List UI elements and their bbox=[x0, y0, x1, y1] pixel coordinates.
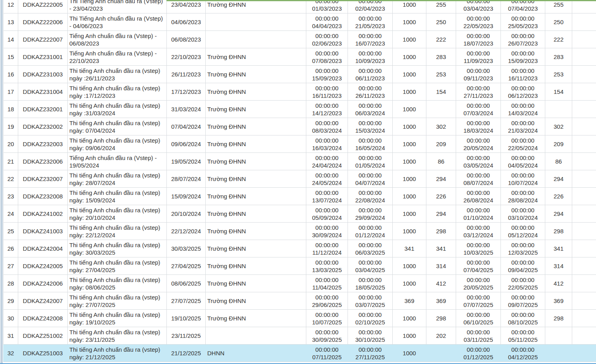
table-row[interactable]: 19DDKAZ232002Thi tiếng Anh chuẩn đầu ra … bbox=[4, 118, 596, 135]
exam-date: 06/08/2023 bbox=[167, 31, 206, 48]
datetime-4: 00:00:0022/05/2024 bbox=[501, 135, 545, 153]
datetime-3: 00:00:0010/03/2025 bbox=[456, 240, 501, 257]
datetime-line: 09/11/2023 bbox=[458, 74, 499, 82]
exam-name: Thi tiếng Anh chuẩn đầu ra (vstep) ngày:… bbox=[68, 170, 167, 188]
table-row[interactable]: 20DDKAZ232003Thi tiếng Anh chuẩn đầu ra … bbox=[4, 135, 596, 153]
capacity: 1000 bbox=[393, 257, 426, 275]
datetime-line: 07/11/2025 bbox=[308, 353, 346, 361]
capacity: 1000 bbox=[393, 83, 426, 101]
table-row[interactable]: 26DDKAZ242004Thi tiếng Anh chuẩn đầu ra … bbox=[4, 240, 596, 257]
exam-date: 19/05/2024 bbox=[167, 153, 206, 170]
exam-date: 31/03/2024 bbox=[167, 101, 206, 118]
table-row-selected[interactable]: 32DDKAZ251003Thi tiếng Anh chuẩn đầu ra … bbox=[4, 345, 596, 362]
count-1: 222 bbox=[426, 31, 456, 48]
exam-date: 22/10/2023 bbox=[167, 48, 206, 66]
datetime-line: 00:00:00 bbox=[458, 154, 499, 162]
table-row[interactable]: 16DDKAZ231003Thi tiếng Anh chuẩn đầu ra … bbox=[4, 66, 596, 83]
datetime-1: 00:00:0007/08/2023 bbox=[306, 48, 348, 66]
datetime-line: 00:00:00 bbox=[502, 102, 543, 109]
table-row[interactable]: 17DDKAZ231004Thi tiếng Anh chuẩn đầu ra … bbox=[4, 83, 596, 101]
exam-date: 20/10/2024 bbox=[167, 205, 206, 223]
table-row[interactable]: 12DDKAZ222005Thi Tiếng Anh chuẩn đầu ra … bbox=[4, 0, 596, 13]
datetime-2: 00:00:0001/12/2024 bbox=[348, 223, 393, 240]
count-1: 255 bbox=[426, 0, 456, 13]
organizer: Trường ĐHNN bbox=[206, 257, 306, 275]
actions-cell bbox=[572, 135, 596, 153]
datetime-line: 06/10/2025 bbox=[458, 318, 499, 326]
datetime-line: 00:00:00 bbox=[308, 328, 346, 336]
table-row[interactable]: 13DDKAZ222006Thi Tiếng Anh chuẩn đầu ra … bbox=[4, 13, 596, 31]
datetime-line: 00:00:00 bbox=[350, 119, 391, 127]
datetime-line: 04/12/2025 bbox=[502, 353, 543, 361]
table-row[interactable]: 21DDKAZ232006Tiếng Anh chuẩn đầu ra (Vst… bbox=[4, 153, 596, 170]
exam-code: DDKAZ231003 bbox=[18, 66, 68, 83]
datetime-1: 00:00:0011/04/2025 bbox=[306, 275, 348, 292]
datetime-1: 00:00:0013/03/2025 bbox=[306, 257, 348, 275]
count-2: 294 bbox=[545, 170, 572, 188]
table-row[interactable]: 25DDKAZ241003Thi tiếng Anh chuẩn đầu ra … bbox=[4, 223, 596, 240]
table-row[interactable]: 18DDKAZ232001Thi tiếng Anh chuẩn đầu ra … bbox=[4, 101, 596, 118]
exam-code: DDKAZ251003 bbox=[18, 345, 68, 362]
datetime-line: 29/09/2024 bbox=[350, 214, 391, 221]
datetime-line: 00:00:00 bbox=[350, 328, 391, 336]
datetime-line: 00:00:00 bbox=[350, 259, 391, 266]
table-row[interactable]: 27DDKAZ242005Thi tiếng Anh chuẩn đầu ra … bbox=[4, 257, 596, 275]
datetime-3: 00:00:0007/03/2024 bbox=[456, 101, 501, 118]
datetime-2: 00:00:0006/03/2025 bbox=[348, 240, 393, 257]
table-row[interactable]: 29DDKAZ242007Thi tiếng Anh chuẩn đầu ra … bbox=[4, 292, 596, 310]
table-row[interactable]: 24DDKAZ241002Thi tiếng Anh chuẩn đầu ra … bbox=[4, 205, 596, 223]
table-row[interactable]: 28DDKAZ242006Thi tiếng Anh chuẩn đầu ra … bbox=[4, 275, 596, 292]
table-row[interactable]: 15DDKAZ231001Tiếng Anh chuẩn đầu ra (Vst… bbox=[4, 48, 596, 66]
datetime-4: 00:00:0005/12/2024 bbox=[501, 223, 545, 240]
row-index: 20 bbox=[4, 135, 18, 153]
datetime-2: 00:00:0003/04/2025 bbox=[348, 257, 393, 275]
datetime-line: 00:00:00 bbox=[350, 276, 391, 284]
exam-date: 27/07/2025 bbox=[167, 292, 206, 310]
row-index: 12 bbox=[4, 0, 18, 13]
capacity: 341 bbox=[393, 240, 426, 257]
actions-cell bbox=[572, 205, 596, 223]
datetime-line: 26/08/2024 bbox=[458, 196, 499, 204]
exam-name: Thi tiếng Anh chuẩn đầu ra (vstep) ngày:… bbox=[68, 205, 167, 223]
datetime-3: 00:00:0026/08/2024 bbox=[456, 188, 501, 205]
datetime-line: 00:00:00 bbox=[308, 259, 346, 266]
datetime-line: 03/04/2025 bbox=[350, 266, 391, 274]
count-2: 222 bbox=[545, 31, 572, 48]
actions-cell bbox=[572, 170, 596, 188]
row-index: 13 bbox=[4, 13, 18, 31]
datetime-1: 00:00:0004/04/2023 bbox=[306, 13, 348, 31]
table-row[interactable]: 30DDKAZ242008Thi tiếng Anh chuẩn đầu ra … bbox=[4, 310, 596, 327]
datetime-1: 00:00:0030/09/2025 bbox=[306, 327, 348, 345]
datetime-line: 00:00:00 bbox=[458, 67, 499, 74]
datetime-3: 00:00:0007/04/2025 bbox=[456, 257, 501, 275]
datetime-line: 00:00:00 bbox=[502, 311, 543, 318]
exam-date: 23/04/2023 bbox=[167, 0, 206, 13]
actions-cell bbox=[572, 83, 596, 101]
table-row[interactable]: 22DDKAZ232007Thi tiếng Anh chuẩn đầu ra … bbox=[4, 170, 596, 188]
datetime-4: 00:00:0022/05/2025 bbox=[501, 275, 545, 292]
count-1: 298 bbox=[426, 223, 456, 240]
actions-cell bbox=[572, 0, 596, 13]
datetime-line: 16/11/2023 bbox=[502, 74, 543, 82]
table-row[interactable]: 14DDKAZ222007Tiếng Anh chuẩn đầu ra (Vst… bbox=[4, 31, 596, 48]
datetime-line: 16/07/2023 bbox=[350, 40, 391, 47]
datetime-line: 00:00:00 bbox=[350, 15, 391, 22]
capacity: 1000 bbox=[393, 310, 426, 327]
table-row[interactable]: 31DDKAZ251002Thi tiếng Anh chuẩn đầu ra … bbox=[4, 327, 596, 345]
datetime-line: 00:00:00 bbox=[350, 293, 391, 301]
datetime-1: 00:00:0024/05/2024 bbox=[306, 170, 348, 188]
count-1: 302 bbox=[426, 118, 456, 135]
exam-name: Thi tiếng Anh chuẩn đầu ra (vstep) ngày:… bbox=[68, 275, 167, 292]
datetime-1: 00:00:0007/11/2025 bbox=[306, 345, 348, 362]
count-2: 86 bbox=[545, 153, 572, 170]
exam-name: Tiếng Anh chuẩn đầu ra (Vstep) - 22/10/2… bbox=[68, 48, 167, 66]
exam-code: DDKAZ222005 bbox=[18, 0, 68, 13]
exam-date: 08/06/2025 bbox=[167, 275, 206, 292]
datetime-line: 10/07/2025 bbox=[308, 318, 346, 326]
table-row[interactable]: 23DDKAZ232008Thi tiếng Anh chuẩn đầu ra … bbox=[4, 188, 596, 205]
exam-table-body: 12DDKAZ222005Thi Tiếng Anh chuẩn đầu ra … bbox=[4, 0, 596, 362]
datetime-line: 00:00:00 bbox=[308, 67, 346, 74]
datetime-line: 00:00:00 bbox=[502, 241, 543, 249]
count-1: 202 bbox=[426, 327, 456, 345]
datetime-line: 00:00:00 bbox=[502, 32, 543, 40]
